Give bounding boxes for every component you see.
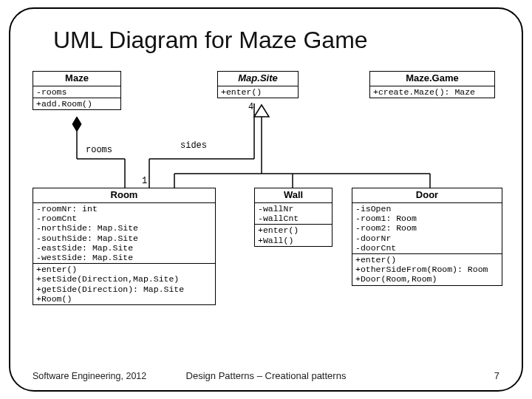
op: +create.Maze(): Maze	[373, 87, 491, 97]
class-room: Room -roomNr: int -roomCnt -northSide: M…	[33, 188, 216, 305]
class-maze: Maze -rooms +add.Room()	[33, 71, 121, 110]
attr: -room2: Room	[355, 223, 499, 233]
class-name: Room	[33, 188, 215, 203]
svg-marker-7	[254, 105, 269, 117]
op: +otherSideFrom(Room): Room	[355, 265, 499, 274]
attr-section: -rooms	[33, 86, 120, 98]
attr-section: -isOpen -room1: Room -room2: Room -doorN…	[352, 203, 502, 254]
attr: -roomCnt	[36, 214, 212, 223]
class-name: Maze	[33, 72, 120, 86]
assoc-label-sides: sides	[180, 140, 207, 151]
class-name: Wall	[255, 188, 332, 203]
class-door: Door -isOpen -room1: Room -room2: Room -…	[352, 188, 502, 286]
multiplicity-4: 4	[248, 102, 253, 112]
op: +Room()	[36, 294, 212, 304]
footer-page-number: 7	[494, 370, 499, 381]
uml-diagram: Maze -rooms +add.Room() Map.Site +enter(…	[33, 71, 502, 358]
op-section: +create.Maze(): Maze	[370, 86, 494, 98]
op: +enter()	[36, 265, 212, 274]
attr-section: -wallNr -wallCnt	[255, 203, 332, 225]
class-name: Door	[352, 188, 502, 203]
op-section: +add.Room()	[33, 98, 120, 109]
op: +getSide(Direction): Map.Site	[36, 284, 212, 294]
attr: -westSide: Map.Site	[36, 253, 212, 262]
class-mazegame: Maze.Game +create.Maze(): Maze	[369, 71, 495, 98]
attr: -roomNr: int	[36, 204, 212, 214]
footer-center: Design Patterns – Creational patterns	[186, 370, 347, 381]
class-wall: Wall -wallNr -wallCnt +enter() +Wall()	[254, 188, 332, 247]
op: +enter()	[355, 255, 499, 265]
op-section: +enter() +Wall()	[255, 225, 332, 245]
assoc-label-rooms: rooms	[86, 145, 112, 155]
svg-marker-0	[72, 117, 81, 132]
attr: -wallCnt	[258, 214, 329, 223]
class-mapsite: Map.Site +enter()	[217, 71, 299, 98]
footer-left: Software Engineering, 2012	[33, 371, 146, 381]
attr-section: -roomNr: int -roomCnt -northSide: Map.Si…	[33, 203, 215, 264]
attr: -room1: Room	[355, 214, 499, 223]
attr: -doorNr	[355, 233, 499, 243]
multiplicity-1: 1	[142, 176, 147, 186]
op: +add.Room()	[36, 99, 117, 109]
attr: -northSide: Map.Site	[36, 223, 212, 233]
slide-title: UML Diagram for Maze Game	[53, 27, 368, 54]
class-name: Map.Site	[218, 72, 298, 86]
attr: -isOpen	[355, 204, 499, 214]
attr: -southSide: Map.Site	[36, 233, 212, 243]
op: +enter()	[258, 225, 329, 235]
attr: -wallNr	[258, 204, 329, 214]
op-section: +enter() +setSide(Direction,Map.Site) +g…	[33, 264, 215, 304]
op: +Wall()	[258, 236, 329, 245]
class-name: Maze.Game	[370, 72, 494, 86]
op: +setSide(Direction,Map.Site)	[36, 274, 212, 284]
attr: -doorCnt	[355, 243, 499, 253]
op-section: +enter()	[218, 86, 298, 98]
op: +Door(Room,Room)	[355, 274, 499, 284]
op: +enter()	[221, 87, 295, 97]
attr: -eastSide: Map.Site	[36, 243, 212, 253]
attr: -rooms	[36, 87, 117, 97]
op-section: +enter() +otherSideFrom(Room): Room +Doo…	[352, 254, 502, 285]
